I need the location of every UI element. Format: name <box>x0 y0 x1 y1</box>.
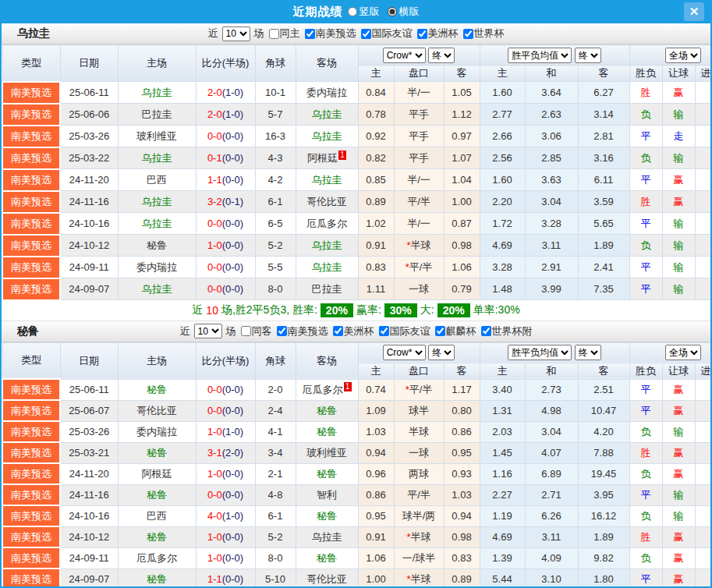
horizontal-layout-label: 横版 <box>399 5 420 19</box>
col-header-date: 日期 <box>60 342 118 379</box>
match-type-cell: 南美预选 <box>2 442 60 463</box>
away-cell: 阿根廷1 <box>296 147 358 169</box>
period-select[interactable]: 全场 <box>665 345 701 360</box>
handicap-cell: *半球 <box>394 235 444 257</box>
goals-result-cell: 小 <box>695 213 712 235</box>
handicap-star: * <box>406 384 409 395</box>
bookmaker-select[interactable]: Crow* <box>383 48 426 63</box>
halftime-score: (0-0) <box>222 384 243 395</box>
match-date-cell: 25-06-07 <box>60 400 118 421</box>
bookmaker-select[interactable]: Crow* <box>383 345 426 360</box>
summary-segment-5: 赢率: <box>356 303 381 317</box>
handicap-star: * <box>406 531 410 543</box>
col-header-score: 比分(半场) <box>196 342 255 379</box>
fulltime-score: 0-0 <box>207 283 222 295</box>
home-team-name: 巴西 <box>147 510 167 522</box>
vertical-layout-radio[interactable] <box>348 7 357 16</box>
avg-group-header: 胜平负均值 终 <box>480 45 629 66</box>
competition-filter-4-checkbox[interactable] <box>463 29 473 39</box>
summary-segment-2: 10 <box>206 304 218 317</box>
avg-stage-select[interactable]: 终 <box>575 345 601 360</box>
competition-filter-3[interactable]: 国际友谊 <box>376 324 430 338</box>
competition-filter-2[interactable]: 国际友谊 <box>358 27 413 41</box>
away-odds-cell: 0.97 <box>444 126 480 147</box>
away-odds-cell: 0.83 <box>444 547 480 569</box>
competition-filter-2[interactable]: 美洲杯 <box>330 324 374 338</box>
corner-cell: 2-4 <box>255 400 296 421</box>
home-team-name: 厄瓜多尔 <box>136 552 177 564</box>
handicap-result-cell: 赢 <box>662 463 695 484</box>
match-type-cell: 南美预选 <box>2 505 60 526</box>
avg-home-cell: 1.48 <box>480 278 525 300</box>
competition-filter-2-checkbox[interactable] <box>361 29 371 39</box>
recent-results-window: 近期战绩 竖版 横版 ✕ 乌拉圭近10场同主南美预选国际友谊美洲杯世界杯类型日期… <box>0 0 712 588</box>
home-team-name: 乌拉圭 <box>142 196 172 207</box>
competition-filter-4[interactable]: 世界杯 <box>460 27 505 41</box>
same-venue-filter-checkbox[interactable] <box>241 326 251 336</box>
period-select[interactable]: 全场 <box>665 48 701 63</box>
match-count-select[interactable]: 10 <box>222 27 250 41</box>
corner-cell: 10-1 <box>255 82 296 104</box>
fulltime-score: 1-0 <box>207 552 222 564</box>
wdl-result-cell: 平 <box>629 169 662 191</box>
avg-stage-select[interactable]: 终 <box>575 48 601 63</box>
away-team-name: 秘鲁 <box>317 405 337 416</box>
home-cell: 巴西 <box>118 505 196 526</box>
close-icon[interactable]: ✕ <box>684 2 704 21</box>
match-date-cell: 24-11-20 <box>60 169 118 191</box>
same-venue-filter-label: 同主 <box>280 27 300 41</box>
goals-result-cell: 走 <box>695 82 712 104</box>
competition-filter-4[interactable]: 麒麟杯 <box>432 324 476 338</box>
handicap-result-cell: 赢 <box>662 442 695 463</box>
match-count-select[interactable]: 10 <box>194 324 222 338</box>
competition-filter-2-checkbox[interactable] <box>333 326 343 336</box>
away-cell: 委内瑞拉 <box>296 82 358 104</box>
competition-filter-3-checkbox[interactable] <box>417 29 427 39</box>
competition-filter-4-checkbox[interactable] <box>435 326 445 336</box>
result-sub-header-1: 胜负 <box>629 363 662 379</box>
competition-filter-1[interactable]: 南美预选 <box>302 27 356 41</box>
competition-filter-3-checkbox[interactable] <box>379 326 389 336</box>
avg-home-cell: 4.69 <box>480 526 525 547</box>
home-team-name: 乌拉圭 <box>142 87 172 98</box>
halftime-score: (0-0) <box>222 552 243 564</box>
avg-away-cell: 2.51 <box>578 379 629 400</box>
corner-cell: 5-5 <box>255 257 296 278</box>
same-venue-filter[interactable]: 同客 <box>238 324 272 338</box>
match-type-cell: 南美预选 <box>2 379 60 400</box>
match-type-cell: 南美预选 <box>2 547 60 569</box>
halftime-score: (0-0) <box>222 573 243 585</box>
away-odds-cell: 0.89 <box>444 569 480 588</box>
horizontal-layout-radio[interactable] <box>388 7 397 16</box>
avg-odds-select[interactable]: 胜平负均值 <box>508 48 572 63</box>
team-section-header: 秘鲁近10场同客南美预选美洲杯国际友谊麒麟杯世界杯附 <box>2 321 710 342</box>
halftime-score: (0-0) <box>222 531 243 543</box>
avg-home-cell: 1.16 <box>480 463 525 484</box>
odds-stage-select[interactable]: 终 <box>428 345 455 360</box>
avg-odds-select[interactable]: 胜平负均值 <box>508 345 572 360</box>
layout-option-vertical[interactable]: 竖版 <box>348 5 380 19</box>
same-venue-filter-checkbox[interactable] <box>269 29 279 39</box>
avg-away-cell: 6.11 <box>578 169 629 191</box>
avg-away-cell: 10.47 <box>578 400 629 421</box>
home-team-name: 巴西 <box>147 174 167 186</box>
competition-filter-5-checkbox[interactable] <box>481 326 491 336</box>
same-venue-filter[interactable]: 同主 <box>266 27 300 41</box>
competition-filter-3-label: 美洲杯 <box>428 27 459 41</box>
competition-filter-1-checkbox[interactable] <box>277 326 287 336</box>
competition-filter-3[interactable]: 美洲杯 <box>414 27 459 41</box>
home-team-name: 巴拉圭 <box>142 108 172 120</box>
away-odds-cell: 1.05 <box>444 82 480 104</box>
match-type-cell: 南美预选 <box>2 463 60 484</box>
competition-filter-1-checkbox[interactable] <box>305 29 315 39</box>
handicap-result-cell: 赢 <box>662 400 695 421</box>
match-date-cell: 24-10-12 <box>60 235 118 257</box>
avg-draw-cell: 3.11 <box>525 235 578 257</box>
layout-option-horizontal[interactable]: 横版 <box>388 5 420 19</box>
summary-segment-1: 近 <box>192 303 203 317</box>
competition-filter-5[interactable]: 世界杯附 <box>478 324 533 338</box>
odds-stage-select[interactable]: 终 <box>428 48 455 63</box>
competition-filter-1[interactable]: 南美预选 <box>274 324 328 338</box>
goals-result-cell: 大 <box>695 569 712 588</box>
match-row: 南美预选24-10-16乌拉圭0-0(0-0)6-5厄瓜多尔1.02半/一0.8… <box>2 213 712 235</box>
